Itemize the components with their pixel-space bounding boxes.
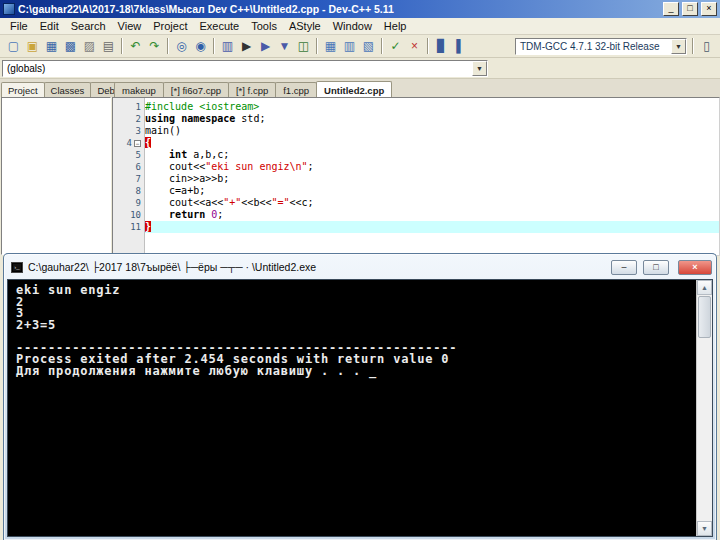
line-number: 6 (136, 162, 141, 172)
sidebar-tab-classes[interactable]: Classes (44, 82, 92, 97)
minimize-button[interactable]: _ (663, 2, 679, 16)
open-button[interactable]: ▣ (23, 37, 42, 55)
menu-project[interactable]: Project (147, 19, 193, 33)
close-file-icon: ▨ (84, 40, 95, 52)
menu-view[interactable]: View (112, 19, 148, 33)
replace-button[interactable]: ◉ (191, 37, 210, 55)
console-maximize-button[interactable]: □ (643, 260, 669, 275)
scroll-thumb[interactable] (698, 296, 711, 338)
line-number-gutter: 1234−567891011 (113, 98, 145, 255)
profile-button[interactable]: ▊ (432, 37, 451, 55)
run-button[interactable]: ▶ (237, 37, 256, 55)
line-number: 1 (136, 102, 141, 112)
editor-tabs: makeup[*] fi6o7.cpp[*] f.cppf1.cppUntitl… (110, 81, 720, 97)
editor-tab[interactable]: f1.cpp (275, 82, 317, 97)
print-button[interactable]: ▤ (99, 37, 118, 55)
editor-tab[interactable]: [*] f.cpp (228, 82, 276, 97)
find-button[interactable]: ◎ (172, 37, 191, 55)
code-line[interactable]: cout<<a<<"+"<<b<<"="<<c; (145, 197, 719, 209)
code-line[interactable]: } (145, 221, 719, 233)
save-all-button[interactable]: ▩ (61, 37, 80, 55)
menu-tools[interactable]: Tools (245, 19, 283, 33)
gutter-row: 1 (113, 101, 144, 113)
gutter-row: 2 (113, 113, 144, 125)
app-icon (3, 3, 15, 15)
run-icon: ▶ (242, 40, 251, 52)
code-line[interactable]: cout<<"eki sun engiz\n"; (145, 161, 719, 173)
code-token: #include <iostream> (145, 101, 259, 112)
code-line[interactable]: cin>>a>>b; (145, 173, 719, 185)
insert-icon: ▦ (325, 40, 336, 52)
globals-dropdown[interactable]: (globals) ▼ (2, 60, 488, 77)
code-area[interactable]: #include <iostream>using namespace std;m… (145, 98, 719, 255)
title-bar[interactable]: C:\gauhar22\А\2017-18\7klass\Мысал Dev C… (0, 0, 720, 18)
line-number: 11 (130, 222, 141, 232)
toggle-bookmark-button[interactable]: ▥ (340, 37, 359, 55)
main-content: 1234−567891011 #include <iostream>using … (0, 97, 720, 256)
code-line[interactable]: using namespace std; (145, 113, 719, 125)
compile-button[interactable]: ▥ (218, 37, 237, 55)
code-line[interactable]: main() (145, 125, 719, 137)
scroll-track[interactable] (697, 339, 712, 521)
chevron-down-icon[interactable]: ▼ (472, 61, 487, 76)
code-line[interactable]: { (145, 137, 719, 149)
code-token: "+" (223, 197, 241, 208)
redo-button[interactable]: ↷ (145, 37, 164, 55)
code-token: c=a+b; (145, 185, 205, 196)
syntax-check-button[interactable]: ✓ (386, 37, 405, 55)
scroll-down-icon[interactable]: ▼ (697, 521, 712, 536)
menu-window[interactable]: Window (327, 19, 378, 33)
goto-bookmark-button[interactable]: ▧ (359, 37, 378, 55)
window-title: C:\gauhar22\А\2017-18\7klass\Мысал Dev C… (18, 3, 660, 15)
compile-run-icon: ▶ (261, 40, 270, 52)
save-icon: ▦ (46, 40, 57, 52)
undo-button[interactable]: ↶ (126, 37, 145, 55)
console-title-bar[interactable]: C:\gauhar22\ ├2017 18\7ъырёё\ ├─ёры ─┬─ … (4, 254, 716, 277)
code-token: using (145, 113, 175, 124)
close-file-button[interactable]: ▨ (80, 37, 99, 55)
console-minimize-button[interactable]: – (611, 260, 637, 275)
editor-tab[interactable]: makeup (114, 82, 164, 97)
menu-astyle[interactable]: AStyle (283, 19, 327, 33)
maximize-button[interactable]: □ (682, 2, 698, 16)
abort-compile-button[interactable]: × (405, 37, 424, 55)
menu-file[interactable]: File (4, 19, 34, 33)
insert-button[interactable]: ▦ (321, 37, 340, 55)
code-line[interactable]: return 0; (145, 209, 719, 221)
menu-execute[interactable]: Execute (193, 19, 245, 33)
chevron-down-icon[interactable]: ▼ (671, 39, 686, 54)
code-line[interactable]: int a,b,c; (145, 149, 719, 161)
close-button[interactable]: × (701, 2, 717, 16)
console-scrollbar[interactable]: ▲ ▼ (696, 280, 712, 536)
fullscreen-button[interactable]: ▯ (697, 37, 716, 55)
editor-tab[interactable]: Untitled2.cpp (316, 81, 392, 97)
debug-button[interactable]: ◫ (294, 37, 313, 55)
new-source-button[interactable]: ▢ (4, 37, 23, 55)
code-editor[interactable]: 1234−567891011 #include <iostream>using … (112, 97, 720, 256)
project-panel[interactable] (1, 97, 111, 255)
rebuild-all-icon: ▼ (279, 40, 291, 52)
save-button[interactable]: ▦ (42, 37, 61, 55)
line-number: 3 (136, 126, 141, 136)
toolbar-separator (381, 38, 383, 54)
profiling-log-button[interactable]: ▌ (451, 37, 470, 55)
fold-toggle-icon[interactable]: − (134, 140, 141, 147)
gutter-row: 4− (113, 137, 144, 149)
open-icon: ▣ (27, 40, 38, 52)
menu-edit[interactable]: Edit (34, 19, 65, 33)
compile-run-button[interactable]: ▶ (256, 37, 275, 55)
line-number: 8 (136, 186, 141, 196)
editor-tab[interactable]: [*] fi6o7.cpp (163, 82, 229, 97)
toolbar-separator (121, 38, 123, 54)
code-line[interactable]: #include <iostream> (145, 101, 719, 113)
console-close-button[interactable]: × (678, 260, 712, 275)
code-token: ; (217, 209, 223, 220)
menu-bar: FileEditSearchViewProjectExecuteToolsASt… (0, 18, 720, 35)
menu-search[interactable]: Search (65, 19, 112, 33)
sidebar-tab-project[interactable]: Project (1, 82, 45, 97)
menu-help[interactable]: Help (378, 19, 413, 33)
rebuild-all-button[interactable]: ▼ (275, 37, 294, 55)
compiler-dropdown[interactable]: TDM-GCC 4.7.1 32-bit Release ▼ (515, 38, 687, 55)
code-line[interactable]: c=a+b; (145, 185, 719, 197)
scroll-up-icon[interactable]: ▲ (697, 280, 712, 295)
